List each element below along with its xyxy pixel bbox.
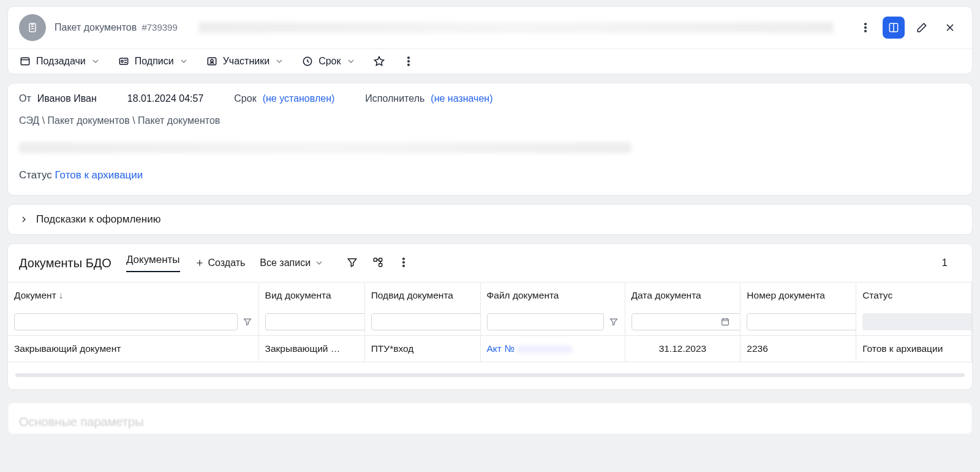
from-value: Иванов Иван bbox=[37, 93, 97, 104]
filter-file-input[interactable] bbox=[487, 313, 604, 330]
info-card: От Иванов Иван 18.01.2024 04:57 Срок (не… bbox=[7, 83, 973, 196]
documents-count: 1 bbox=[942, 257, 961, 269]
documents-section: Документы БДО Документы Создать Все запи… bbox=[7, 243, 973, 390]
close-icon[interactable] bbox=[939, 17, 961, 39]
from-pair: От Иванов Иван bbox=[19, 93, 97, 104]
funnel-icon bbox=[346, 256, 358, 268]
create-label: Создать bbox=[208, 257, 246, 268]
filter-document-input[interactable] bbox=[14, 313, 238, 330]
deadline-label: Срок bbox=[318, 56, 341, 67]
create-button[interactable]: Создать bbox=[195, 257, 246, 268]
col-status[interactable]: Статус bbox=[856, 283, 972, 309]
horizontal-scrollbar[interactable] bbox=[15, 373, 965, 377]
chevron-right-icon bbox=[19, 215, 29, 224]
tree-view-button[interactable] bbox=[372, 256, 384, 270]
col-number[interactable]: Номер документа bbox=[741, 283, 856, 309]
docs-more-button[interactable] bbox=[398, 256, 410, 270]
documents-table: Документ↓ Вид документа Подвид документа… bbox=[8, 282, 972, 362]
created-datetime: 18.01.2024 04:57 bbox=[127, 93, 204, 104]
svg-point-12 bbox=[407, 61, 409, 63]
subtasks-dropdown[interactable]: Подзадачи bbox=[19, 55, 100, 67]
sort-down-icon: ↓ bbox=[59, 290, 64, 300]
executor-pair: Исполнитель (не назначен) bbox=[365, 93, 492, 104]
breadcrumb[interactable]: СЭД \ Пакет документов \ Пакет документо… bbox=[19, 115, 961, 126]
col-subkind[interactable]: Подвид документа bbox=[364, 283, 480, 309]
svg-point-1 bbox=[865, 23, 867, 25]
filter-subkind-input[interactable] bbox=[371, 313, 480, 330]
signatures-label: Подписи bbox=[135, 56, 174, 67]
col-kind[interactable]: Вид документа bbox=[258, 283, 364, 309]
svg-rect-20 bbox=[722, 319, 729, 325]
from-label: От bbox=[19, 93, 31, 104]
table-filter-row bbox=[8, 308, 972, 336]
svg-rect-14 bbox=[374, 258, 377, 261]
svg-rect-5 bbox=[21, 58, 29, 65]
chevron-down-icon bbox=[274, 56, 284, 66]
svg-rect-16 bbox=[379, 263, 382, 266]
all-records-dropdown[interactable]: Все записи bbox=[260, 257, 324, 268]
col-document[interactable]: Документ↓ bbox=[8, 283, 258, 309]
filter-number-input[interactable] bbox=[747, 313, 856, 330]
subtasks-label: Подзадачи bbox=[36, 56, 86, 67]
documents-section-title: Документы БДО bbox=[19, 256, 111, 270]
title-id: #739399 bbox=[141, 22, 177, 32]
more-vertical-icon[interactable] bbox=[854, 17, 876, 39]
calendar-icon[interactable] bbox=[720, 317, 730, 327]
chevron-down-icon bbox=[314, 258, 324, 268]
col-file[interactable]: Файл документа bbox=[480, 283, 625, 309]
deadline-label: Срок bbox=[234, 93, 256, 104]
deadline-dropdown[interactable]: Срок bbox=[301, 55, 355, 67]
status-label: Статус bbox=[19, 169, 52, 181]
cell-file[interactable]: Акт № bbox=[480, 336, 625, 362]
svg-point-9 bbox=[211, 59, 213, 62]
chevron-down-icon bbox=[91, 56, 100, 66]
svg-point-7 bbox=[121, 60, 123, 62]
more-vertical-icon bbox=[398, 256, 410, 268]
edit-icon[interactable] bbox=[911, 17, 933, 39]
redacted-line bbox=[19, 142, 631, 153]
redacted-title bbox=[198, 22, 834, 33]
participants-label: Участники bbox=[223, 56, 270, 67]
signatures-dropdown[interactable]: Подписи bbox=[118, 55, 189, 67]
toolbar-more[interactable] bbox=[402, 55, 415, 67]
cell-date: 31.12.2023 bbox=[625, 336, 741, 362]
svg-point-18 bbox=[403, 261, 405, 263]
titlebar-actions bbox=[854, 17, 961, 39]
title-type: Пакет документов bbox=[55, 22, 137, 32]
svg-point-11 bbox=[407, 57, 409, 59]
filter-kind-input[interactable] bbox=[265, 313, 365, 330]
svg-point-19 bbox=[403, 265, 405, 267]
all-records-label: Все записи bbox=[260, 257, 311, 268]
tab-documents[interactable]: Документы bbox=[126, 254, 180, 272]
svg-rect-15 bbox=[379, 258, 382, 261]
participants-dropdown[interactable]: Участники bbox=[206, 55, 284, 67]
more-vertical-icon bbox=[402, 55, 415, 67]
redacted-file-tail bbox=[517, 346, 572, 353]
favorite-star[interactable] bbox=[373, 55, 385, 67]
deadline-value[interactable]: (не установлен) bbox=[263, 93, 335, 104]
funnel-icon[interactable] bbox=[243, 317, 252, 327]
cell-kind: Закрывающий … bbox=[258, 336, 364, 362]
panel-layout-icon[interactable] bbox=[883, 17, 905, 39]
table-row[interactable]: Закрывающий документ Закрывающий … ПТУ*в… bbox=[8, 336, 972, 362]
title-area: Пакет документов #739399 bbox=[55, 22, 178, 33]
tree-icon bbox=[372, 256, 384, 268]
cell-subkind: ПТУ*вход bbox=[364, 336, 480, 362]
executor-label: Исполнитель bbox=[365, 93, 424, 104]
svg-point-17 bbox=[403, 257, 405, 259]
chevron-down-icon bbox=[179, 56, 189, 66]
executor-value[interactable]: (не назначен) bbox=[431, 93, 492, 104]
filter-status-input bbox=[862, 313, 971, 330]
svg-point-13 bbox=[407, 64, 409, 66]
filter-button[interactable] bbox=[346, 256, 358, 270]
titlebar: Пакет документов #739399 bbox=[8, 7, 972, 49]
funnel-icon[interactable] bbox=[609, 317, 619, 327]
status-value[interactable]: Готов к архивации bbox=[55, 169, 143, 181]
status-row: Статус Готов к архивации bbox=[19, 169, 961, 181]
hints-section[interactable]: Подсказки к оформлению bbox=[7, 204, 973, 235]
svg-rect-8 bbox=[208, 58, 216, 65]
document-package-icon bbox=[19, 14, 46, 41]
col-date[interactable]: Дата документа bbox=[625, 283, 741, 309]
svg-point-2 bbox=[865, 27, 867, 29]
main-parameters-section: Основные параметры bbox=[7, 402, 973, 435]
